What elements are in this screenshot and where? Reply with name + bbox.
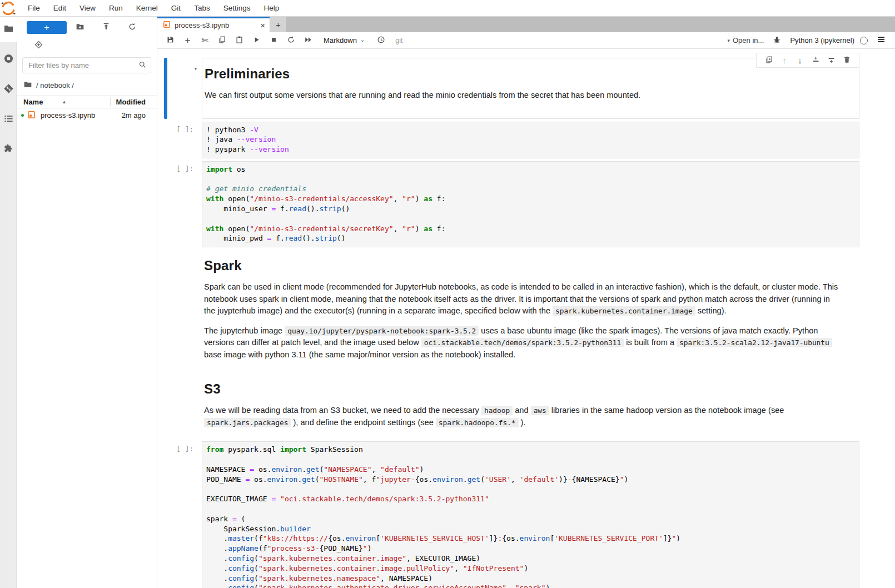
debugger-button[interactable]	[769, 33, 784, 48]
cell-prompt	[167, 373, 202, 438]
upload-icon	[102, 22, 111, 33]
git-clone-row	[17, 37, 157, 53]
copy-cells-button[interactable]	[215, 33, 230, 48]
file-listing: process-s3.ipynb2m ago	[17, 108, 157, 122]
code-editor[interactable]: from pyspark.sql import SparkSession NAM…	[202, 441, 859, 588]
cell-prompt	[167, 250, 202, 371]
menu-item-git[interactable]: Git	[165, 2, 187, 14]
interrupt-kernel-button[interactable]	[266, 33, 281, 48]
markdown-paragraph: As we will be reading data from an S3 bu…	[204, 405, 843, 428]
restart-run-all-button[interactable]	[301, 33, 316, 48]
delete-cell-button[interactable]	[839, 53, 854, 67]
copy-icon	[218, 36, 226, 46]
new-tab-button[interactable]: +	[270, 17, 286, 32]
panel-menu-button[interactable]	[873, 33, 888, 48]
menu-item-view[interactable]: View	[73, 2, 102, 14]
jupyterlab-app: FileEditViewRunKernelGitTabsSettingsHelp	[0, 0, 895, 588]
sidebar-tab-extension-manager[interactable]	[0, 137, 17, 162]
cell-prompt: ▾	[167, 58, 202, 119]
modified-column-header[interactable]: Modified	[110, 98, 157, 106]
sidebar-tab-git[interactable]	[0, 77, 17, 102]
cell-prompt: [ ]:	[167, 441, 202, 588]
app-logo-icon	[0, 0, 17, 17]
paste-icon	[235, 36, 243, 46]
notebook-file-icon	[163, 21, 171, 30]
menu-item-kernel[interactable]: Kernel	[130, 2, 165, 14]
sidebar-tab-running-kernels[interactable]	[0, 47, 17, 72]
section-heading: Spark	[204, 258, 843, 273]
markdown-rendered[interactable]: SparkSpark can be used in client mode (r…	[202, 250, 859, 371]
upload-button[interactable]	[93, 22, 119, 33]
duplicate-cell-button[interactable]	[761, 53, 777, 67]
menu-item-file[interactable]: File	[21, 2, 47, 14]
insert-cell-button[interactable]: +	[180, 33, 195, 48]
code-cell[interactable]: [ ]:import os # get minio credentialswit…	[164, 161, 859, 247]
markdown-cell[interactable]: S3As we will be reading data from an S3 …	[164, 373, 859, 438]
tab-process-s3[interactable]: process-s3.ipynb ×	[157, 17, 270, 32]
menu-items: FileEditViewRunKernelGitTabsSettingsHelp	[21, 2, 286, 14]
file-listing-header: Name ▲ Modified	[17, 95, 157, 108]
code-editor[interactable]: ! python3 -V! java --version! pyspark --…	[202, 122, 859, 158]
markdown-paragraph: The jupyterhub image quay.io/jupyter/pys…	[204, 325, 843, 361]
menu-item-run[interactable]: Run	[102, 2, 130, 14]
name-column-header[interactable]: Name ▲	[17, 98, 110, 106]
kernel-name-label[interactable]: Python 3 (ipykernel)	[790, 36, 854, 44]
arrow-down-icon: ↓	[798, 56, 802, 65]
move-up-button[interactable]: ↑	[777, 53, 792, 67]
section-heading: Preliminaries	[205, 66, 842, 82]
notebook-panel: process-s3.ipynb × + + ✄ Markdown ⌄	[157, 17, 895, 588]
open-in-dropdown[interactable]: ▾ Open in...	[727, 36, 764, 44]
sidebar-tab-file-browser[interactable]	[0, 17, 17, 42]
code-cell[interactable]: [ ]:from pyspark.sql import SparkSession…	[164, 441, 859, 588]
insert-above-button[interactable]	[808, 53, 823, 67]
code-editor[interactable]: import os # get minio credentialswith op…	[202, 161, 859, 247]
cut-cells-button[interactable]: ✄	[197, 33, 212, 48]
file-browser-toolbar: +	[17, 17, 157, 37]
activity-bar	[0, 17, 17, 588]
new-launcher-button[interactable]: +	[27, 21, 67, 34]
caret-down-icon: ▾	[727, 38, 730, 43]
restart-kernel-button[interactable]	[284, 33, 299, 48]
kernel-status-icon[interactable]	[860, 37, 868, 44]
markdown-cell[interactable]: ▾PreliminariesWe can first output some v…	[164, 58, 859, 119]
trash-icon	[843, 56, 851, 66]
notebook-toolbar: + ✄ Markdown ⌄ git ▾ Open in...	[157, 32, 895, 49]
refresh-icon	[128, 22, 137, 33]
move-down-button[interactable]: ↓	[792, 53, 808, 67]
git-clone-icon	[34, 41, 43, 51]
menu-item-settings[interactable]: Settings	[217, 2, 257, 14]
filter-files-input[interactable]	[22, 57, 151, 73]
insert-below-button[interactable]	[823, 53, 839, 67]
menu-item-edit[interactable]: Edit	[47, 2, 73, 14]
running-kernels-icon	[3, 53, 14, 66]
sidebar-tab-table-of-contents[interactable]	[0, 107, 17, 132]
paste-cells-button[interactable]	[232, 33, 247, 48]
git-status-label: git	[395, 37, 402, 44]
cut-icon: ✄	[201, 36, 208, 46]
execution-time-button[interactable]	[374, 33, 389, 48]
breadcrumb[interactable]: / notebook /	[17, 77, 157, 95]
collapse-arrow-icon[interactable]: ▾	[194, 66, 197, 72]
table-of-contents-icon	[3, 113, 14, 126]
new-folder-icon	[76, 22, 84, 33]
save-button[interactable]	[163, 33, 178, 48]
save-icon	[166, 36, 175, 46]
menu-item-help[interactable]: Help	[257, 2, 286, 14]
menu-item-tabs[interactable]: Tabs	[187, 2, 217, 14]
git-clone-button[interactable]	[34, 41, 43, 51]
close-tab-icon[interactable]: ×	[260, 21, 265, 29]
file-row[interactable]: process-s3.ipynb2m ago	[17, 108, 157, 122]
cell-prompt: [ ]:	[167, 161, 202, 247]
menu-bar: FileEditViewRunKernelGitTabsSettingsHelp	[0, 0, 895, 17]
markdown-paragraph: We can first output some versions that a…	[205, 89, 842, 102]
new-folder-button[interactable]	[67, 22, 93, 33]
duplicate-icon	[765, 56, 773, 66]
refresh-button[interactable]	[119, 22, 145, 33]
run-cell-button[interactable]	[249, 33, 264, 48]
arrow-up-icon: ↑	[782, 56, 787, 65]
code-cell[interactable]: [ ]:! python3 -V! java --version! pyspar…	[164, 122, 859, 158]
markdown-cell[interactable]: SparkSpark can be used in client mode (r…	[164, 250, 859, 371]
markdown-rendered[interactable]: S3As we will be reading data from an S3 …	[202, 373, 859, 438]
folder-icon	[3, 23, 14, 36]
cell-type-dropdown[interactable]: Markdown ⌄	[324, 36, 365, 44]
